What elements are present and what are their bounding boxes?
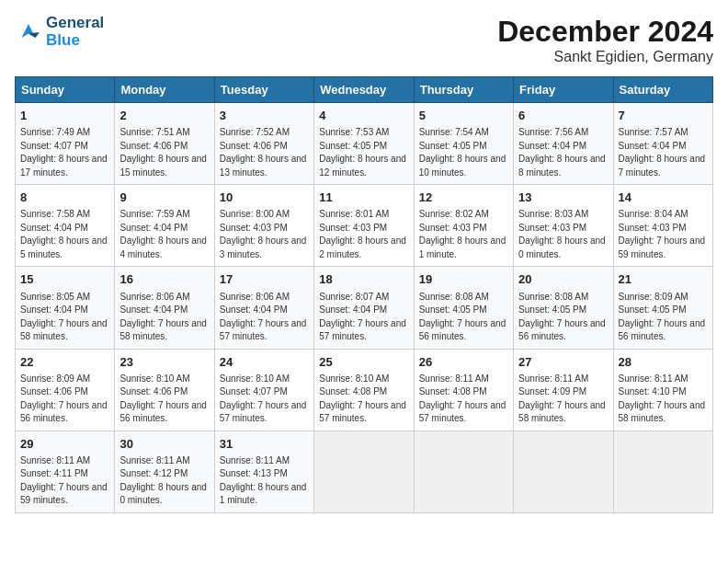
day-number: 17 bbox=[220, 271, 309, 288]
day-number: 18 bbox=[319, 271, 408, 288]
title-block: December 2024 Sankt Egidien, Germany bbox=[497, 15, 713, 65]
calendar-cell: 30Sunrise: 8:11 AMSunset: 4:12 PMDayligh… bbox=[115, 431, 214, 512]
calendar-cell: 9Sunrise: 7:59 AMSunset: 4:04 PMDaylight… bbox=[115, 185, 214, 267]
day-info: Sunrise: 8:08 AMSunset: 4:05 PMDaylight:… bbox=[419, 291, 508, 344]
calendar-cell: 19Sunrise: 8:08 AMSunset: 4:05 PMDayligh… bbox=[414, 267, 513, 349]
calendar-cell: 8Sunrise: 7:58 AMSunset: 4:04 PMDaylight… bbox=[16, 185, 115, 267]
day-number: 7 bbox=[619, 108, 708, 124]
day-number: 26 bbox=[419, 354, 508, 371]
day-info: Sunrise: 8:01 AMSunset: 4:03 PMDaylight:… bbox=[319, 208, 408, 261]
day-number: 11 bbox=[319, 190, 408, 206]
day-info: Sunrise: 8:11 AMSunset: 4:10 PMDaylight:… bbox=[619, 373, 708, 426]
day-number: 16 bbox=[119, 271, 209, 288]
calendar-cell: 2Sunrise: 7:51 AMSunset: 4:06 PMDaylight… bbox=[115, 103, 214, 185]
day-number: 28 bbox=[619, 354, 708, 371]
day-info: Sunrise: 8:10 AMSunset: 4:06 PMDaylight:… bbox=[119, 373, 209, 426]
day-info: Sunrise: 8:07 AMSunset: 4:04 PMDaylight:… bbox=[319, 291, 408, 344]
calendar-cell: 24Sunrise: 8:10 AMSunset: 4:07 PMDayligh… bbox=[214, 349, 313, 431]
logo-text-general: General bbox=[46, 14, 104, 31]
calendar-cell: 10Sunrise: 8:00 AMSunset: 4:03 PMDayligh… bbox=[214, 185, 313, 267]
day-number: 25 bbox=[319, 354, 408, 371]
day-info: Sunrise: 8:08 AMSunset: 4:05 PMDaylight:… bbox=[518, 291, 608, 344]
day-info: Sunrise: 7:49 AMSunset: 4:07 PMDaylight:… bbox=[20, 126, 109, 179]
day-number: 4 bbox=[319, 108, 408, 124]
calendar-cell: 26Sunrise: 8:11 AMSunset: 4:08 PMDayligh… bbox=[414, 349, 513, 431]
calendar-cell: 17Sunrise: 8:06 AMSunset: 4:04 PMDayligh… bbox=[214, 267, 313, 349]
day-number: 21 bbox=[619, 271, 708, 288]
calendar-cell bbox=[613, 431, 712, 512]
weekday-header-wednesday: Wednesday bbox=[314, 77, 414, 103]
day-info: Sunrise: 7:53 AMSunset: 4:05 PMDaylight:… bbox=[319, 126, 408, 179]
calendar-week-row: 8Sunrise: 7:58 AMSunset: 4:04 PMDaylight… bbox=[16, 185, 713, 267]
weekday-header-sunday: Sunday bbox=[16, 77, 115, 103]
day-info: Sunrise: 8:09 AMSunset: 4:05 PMDaylight:… bbox=[619, 291, 708, 344]
day-number: 22 bbox=[20, 354, 109, 371]
day-info: Sunrise: 8:05 AMSunset: 4:04 PMDaylight:… bbox=[20, 291, 109, 344]
calendar-cell: 13Sunrise: 8:03 AMSunset: 4:03 PMDayligh… bbox=[514, 185, 613, 267]
day-info: Sunrise: 7:52 AMSunset: 4:06 PMDaylight:… bbox=[220, 126, 309, 179]
day-number: 31 bbox=[220, 436, 309, 453]
day-info: Sunrise: 8:06 AMSunset: 4:04 PMDaylight:… bbox=[220, 291, 309, 344]
logo-text-blue: Blue bbox=[46, 31, 80, 49]
day-info: Sunrise: 8:03 AMSunset: 4:03 PMDaylight:… bbox=[518, 208, 608, 261]
calendar-cell: 5Sunrise: 7:54 AMSunset: 4:05 PMDaylight… bbox=[414, 103, 513, 185]
day-info: Sunrise: 8:09 AMSunset: 4:06 PMDaylight:… bbox=[20, 373, 109, 426]
calendar-cell: 15Sunrise: 8:05 AMSunset: 4:04 PMDayligh… bbox=[16, 267, 115, 349]
calendar-week-row: 22Sunrise: 8:09 AMSunset: 4:06 PMDayligh… bbox=[16, 349, 713, 431]
day-number: 3 bbox=[220, 108, 309, 124]
calendar-cell: 18Sunrise: 8:07 AMSunset: 4:04 PMDayligh… bbox=[314, 267, 414, 349]
day-info: Sunrise: 8:02 AMSunset: 4:03 PMDaylight:… bbox=[419, 208, 508, 261]
day-number: 10 bbox=[220, 190, 309, 206]
calendar-cell: 28Sunrise: 8:11 AMSunset: 4:10 PMDayligh… bbox=[613, 349, 712, 431]
day-info: Sunrise: 8:11 AMSunset: 4:09 PMDaylight:… bbox=[518, 373, 608, 426]
day-info: Sunrise: 8:11 AMSunset: 4:11 PMDaylight:… bbox=[20, 454, 109, 508]
calendar-cell bbox=[514, 431, 613, 512]
day-info: Sunrise: 7:54 AMSunset: 4:05 PMDaylight:… bbox=[419, 126, 508, 179]
day-number: 30 bbox=[119, 436, 209, 453]
calendar-cell: 14Sunrise: 8:04 AMSunset: 4:03 PMDayligh… bbox=[613, 185, 712, 267]
logo-icon bbox=[15, 18, 42, 46]
day-number: 14 bbox=[619, 190, 708, 206]
month-year-title: December 2024 bbox=[497, 15, 713, 49]
calendar-cell: 7Sunrise: 7:57 AMSunset: 4:04 PMDaylight… bbox=[613, 103, 712, 185]
day-number: 19 bbox=[419, 271, 508, 288]
day-number: 9 bbox=[119, 190, 209, 206]
logo: General Blue bbox=[15, 15, 104, 49]
calendar-cell: 11Sunrise: 8:01 AMSunset: 4:03 PMDayligh… bbox=[314, 185, 414, 267]
day-number: 20 bbox=[518, 271, 608, 288]
day-number: 27 bbox=[518, 354, 608, 371]
day-number: 12 bbox=[419, 190, 508, 206]
day-number: 8 bbox=[20, 190, 109, 206]
calendar-week-row: 1Sunrise: 7:49 AMSunset: 4:07 PMDaylight… bbox=[16, 103, 713, 185]
day-number: 13 bbox=[518, 190, 608, 206]
calendar-cell: 21Sunrise: 8:09 AMSunset: 4:05 PMDayligh… bbox=[613, 267, 712, 349]
weekday-header-friday: Friday bbox=[514, 77, 613, 103]
weekday-header-monday: Monday bbox=[115, 77, 214, 103]
day-info: Sunrise: 7:57 AMSunset: 4:04 PMDaylight:… bbox=[619, 126, 708, 179]
page-header: General Blue December 2024 Sankt Egidien… bbox=[15, 15, 713, 65]
day-number: 15 bbox=[20, 271, 109, 288]
calendar-cell: 3Sunrise: 7:52 AMSunset: 4:06 PMDaylight… bbox=[214, 103, 313, 185]
day-number: 1 bbox=[20, 108, 109, 124]
calendar-cell: 25Sunrise: 8:10 AMSunset: 4:08 PMDayligh… bbox=[314, 349, 414, 431]
weekday-header-saturday: Saturday bbox=[613, 77, 712, 103]
day-info: Sunrise: 8:11 AMSunset: 4:08 PMDaylight:… bbox=[419, 373, 508, 426]
day-info: Sunrise: 7:59 AMSunset: 4:04 PMDaylight:… bbox=[119, 208, 209, 261]
calendar-cell bbox=[414, 431, 513, 512]
weekday-header-tuesday: Tuesday bbox=[214, 77, 313, 103]
calendar-week-row: 29Sunrise: 8:11 AMSunset: 4:11 PMDayligh… bbox=[16, 431, 713, 512]
calendar-week-row: 15Sunrise: 8:05 AMSunset: 4:04 PMDayligh… bbox=[16, 267, 713, 349]
calendar-cell: 27Sunrise: 8:11 AMSunset: 4:09 PMDayligh… bbox=[514, 349, 613, 431]
calendar-cell bbox=[314, 431, 414, 512]
calendar-cell: 16Sunrise: 8:06 AMSunset: 4:04 PMDayligh… bbox=[115, 267, 214, 349]
calendar-cell: 31Sunrise: 8:11 AMSunset: 4:13 PMDayligh… bbox=[214, 431, 313, 512]
day-info: Sunrise: 7:56 AMSunset: 4:04 PMDaylight:… bbox=[518, 126, 608, 179]
day-info: Sunrise: 7:58 AMSunset: 4:04 PMDaylight:… bbox=[20, 208, 109, 261]
weekday-header-thursday: Thursday bbox=[414, 77, 513, 103]
day-info: Sunrise: 8:11 AMSunset: 4:13 PMDaylight:… bbox=[220, 454, 309, 508]
day-number: 2 bbox=[119, 108, 209, 124]
calendar-cell: 1Sunrise: 7:49 AMSunset: 4:07 PMDaylight… bbox=[16, 103, 115, 185]
day-info: Sunrise: 8:06 AMSunset: 4:04 PMDaylight:… bbox=[119, 291, 209, 344]
calendar-cell: 6Sunrise: 7:56 AMSunset: 4:04 PMDaylight… bbox=[514, 103, 613, 185]
day-info: Sunrise: 8:10 AMSunset: 4:07 PMDaylight:… bbox=[220, 373, 309, 426]
